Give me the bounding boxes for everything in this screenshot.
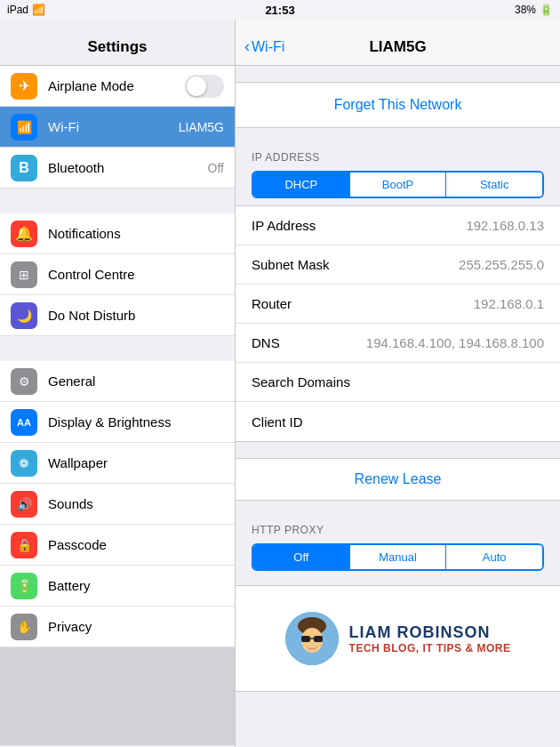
proxy-btn-manual[interactable]: Manual [349,545,447,569]
client-id-label: Client ID [252,414,544,430]
subnet-mask-label: Subnet Mask [252,257,459,272]
wifi-value: LIAM5G [179,120,224,134]
proxy-btn-off[interactable]: Off [253,545,349,569]
passcode-icon: 🔒 [11,532,37,558]
status-time: 21:53 [265,4,294,17]
http-proxy-section: HTTP PROXY Off Manual Auto [236,517,560,571]
passcode-label: Passcode [48,537,224,552]
renew-lease-card: Renew Lease [236,458,560,501]
router-row: Router 192.168.0.1 [236,285,560,324]
airplane-label: Airplane Mode [48,78,185,93]
chevron-left-icon: ‹ [244,37,250,56]
general-label: General [48,374,224,389]
battery-icon: 🔋 [540,4,553,16]
sidebar-item-display[interactable]: AA Display & Brightness [0,402,235,443]
privacy-icon: ✋ [11,614,37,640]
sidebar-gap-1 [0,189,235,213]
sounds-label: Sounds [48,496,224,511]
ip-rows-card: IP Address 192.168.0.13 Subnet Mask 255.… [236,205,560,442]
sidebar-item-notifications[interactable]: 🔔 Notifications [0,213,235,254]
toggle-knob [187,76,206,96]
sidebar-item-passcode[interactable]: 🔒 Passcode [0,525,235,566]
nav-back-button[interactable]: ‹ Wi-Fi [244,37,284,56]
proxy-segment-control: Off Manual Auto [252,543,544,571]
ad-title: LIAM ROBINSON [349,623,511,642]
sidebar-item-wifi[interactable]: 📶 Wi-Fi LIAM5G [0,107,235,148]
avatar [285,612,339,665]
svg-rect-3 [301,636,310,642]
airplane-toggle[interactable] [185,75,224,98]
sidebar-item-wallpaper[interactable]: ❁ Wallpaper [0,443,235,484]
ad-subtitle: TECH BLOG, IT TIPS & MORE [349,642,511,655]
seg-btn-static[interactable]: Static [446,173,542,197]
renew-lease-row[interactable]: Renew Lease [236,459,560,500]
ip-address-section: IP ADDRESS DHCP BootP Static IP Address … [236,144,560,442]
battery-sidebar-icon: 🔋 [11,573,37,599]
status-bar: iPad 📶 21:53 38% 🔋 [0,0,560,20]
sidebar-item-sounds[interactable]: 🔊 Sounds [0,484,235,525]
wallpaper-label: Wallpaper [48,455,224,470]
control-centre-label: Control Centre [48,267,224,282]
main-layout: Settings ✈ Airplane Mode 📶 Wi-Fi LIAM5G [0,20,560,747]
router-label: Router [252,296,474,311]
sidebar-ad-area [0,647,235,745]
forget-network-card: Forget This Network [236,82,560,128]
wifi-icon: 📶 [32,4,45,16]
sidebar-item-general[interactable]: ⚙ General [0,361,235,402]
nav-title: LIAM5G [369,38,426,56]
nav-back-label: Wi-Fi [252,39,284,55]
ad-inner: LIAM ROBINSON TECH BLOG, IT TIPS & MORE [285,612,511,665]
avatar-svg [285,612,339,665]
notifications-label: Notifications [48,226,224,241]
sidebar-item-control-centre[interactable]: ⊞ Control Centre [0,254,235,295]
battery-percent: 38% [515,4,536,16]
seg-btn-bootp[interactable]: BootP [349,173,447,197]
sidebar-item-battery[interactable]: 🔋 Battery [0,566,235,606]
control-centre-icon: ⊞ [11,261,37,288]
privacy-label: Privacy [48,619,224,634]
status-left: iPad 📶 [7,4,45,16]
sidebar-header: Settings [0,20,235,66]
battery-label: Battery [48,578,224,593]
ip-address-row: IP Address 192.168.0.13 [236,206,560,245]
proxy-btn-auto[interactable]: Auto [446,545,542,569]
do-not-disturb-label: Do Not Disturb [48,308,224,323]
ad-text: LIAM ROBINSON TECH BLOG, IT TIPS & MORE [349,623,511,655]
right-panel: ‹ Wi-Fi LIAM5G Forget This Network IP AD… [236,20,560,747]
display-label: Display & Brightness [48,414,224,430]
ip-segment-control: DHCP BootP Static [252,171,544,198]
ad-block: LIAM ROBINSON TECH BLOG, IT TIPS & MORE [236,585,560,692]
http-proxy-header: HTTP PROXY [236,517,560,540]
bluetooth-label: Bluetooth [48,160,208,175]
dns-row: DNS 194.168.4.100, 194.168.8.100 [236,324,560,363]
airplane-icon: ✈ [11,73,37,100]
ip-address-header: IP ADDRESS [236,144,560,167]
search-domains-row: Search Domains [236,363,560,402]
sidebar-item-airplane-mode[interactable]: ✈ Airplane Mode [0,66,235,107]
general-icon: ⚙ [11,368,37,395]
sidebar-section-system: ⚙ General AA Display & Brightness ❁ Wall… [0,361,235,647]
dns-value: 194.168.4.100, 194.168.8.100 [366,335,544,350]
right-content: Forget This Network IP ADDRESS DHCP Boot… [236,66,560,708]
sidebar-item-privacy[interactable]: ✋ Privacy [0,606,235,647]
sidebar-item-do-not-disturb[interactable]: 🌙 Do Not Disturb [0,295,235,336]
bluetooth-icon: B [11,155,37,181]
do-not-disturb-icon: 🌙 [11,302,37,329]
renew-lease-text[interactable]: Renew Lease [355,471,442,487]
display-icon: AA [11,409,37,436]
sidebar-item-bluetooth[interactable]: B Bluetooth Off [0,148,235,189]
svg-rect-6 [300,656,324,665]
wifi-icon-sidebar: 📶 [11,114,37,141]
ip-address-label: IP Address [252,218,466,233]
subnet-mask-row: Subnet Mask 255.255.255.0 [236,245,560,285]
sidebar-title: Settings [87,38,147,56]
seg-btn-dhcp[interactable]: DHCP [253,173,349,197]
wallpaper-icon: ❁ [11,450,37,477]
dns-label: DNS [252,335,366,350]
wifi-label: Wi-Fi [48,119,179,134]
sidebar-section-connectivity: ✈ Airplane Mode 📶 Wi-Fi LIAM5G B Bluetoo… [0,66,235,189]
ip-address-value: 192.168.0.13 [466,218,544,233]
forget-network-text[interactable]: Forget This Network [334,97,462,113]
status-right: 38% 🔋 [515,4,553,16]
forget-network-row[interactable]: Forget This Network [236,83,560,127]
